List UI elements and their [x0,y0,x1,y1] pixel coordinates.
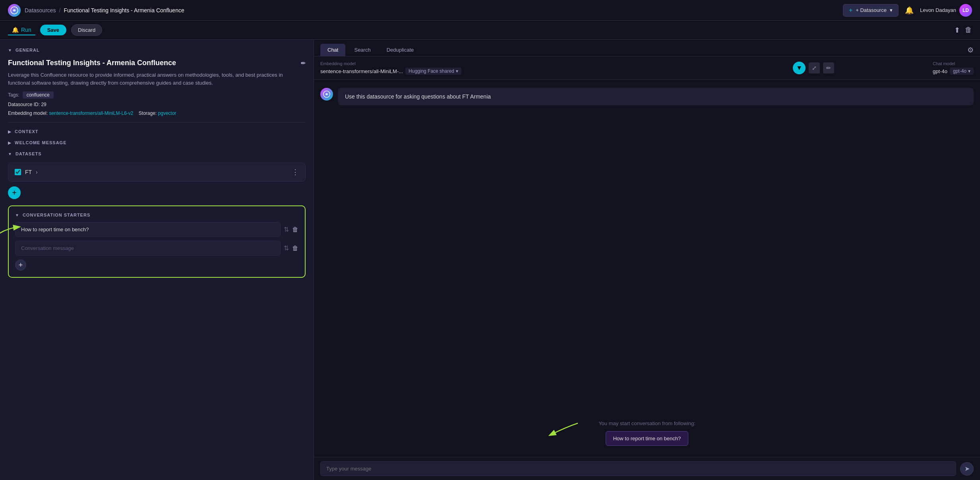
dataset-item-left: FT › [15,169,38,175]
dataset-expand-icon[interactable]: › [36,169,38,175]
embedding-model-value: sentence-transformers/all-MiniLM-L6-v2 [49,110,133,116]
starter-chip-button[interactable]: How to report time on bench? [606,431,689,446]
chevron-down-icon: ▼ [8,48,12,52]
dataset-checkbox[interactable] [15,169,21,175]
delete-icon-button[interactable]: 🗑 [965,26,972,35]
embedding-model-label: Embedding model [320,61,461,66]
plus-icon-3: + [19,261,23,269]
datasets-section-header[interactable]: ▼ DATASETS [8,151,306,156]
chat-settings-button[interactable]: ⚙ [967,46,974,54]
panel-down-button[interactable]: ▼ [793,62,806,74]
delete-starter-1-button[interactable]: 🗑 [292,226,298,233]
dataset-item: FT › ⋮ [8,163,306,182]
discard-button[interactable]: Discard [71,24,102,36]
starter-row-2: ⇅ 🗑 [15,241,298,255]
drag-handle-1[interactable]: ⇅ [284,226,289,233]
delete-starter-2-button[interactable]: 🗑 [292,245,298,252]
tab-deduplicate[interactable]: Deduplicate [380,44,421,56]
welcome-section-label: WELCOME MESSAGE [15,140,67,145]
run-button[interactable]: 🔔 Run [8,25,35,35]
drag-handle-2[interactable]: ⇅ [284,244,289,252]
chevron-down-icon-3: ▼ [15,213,19,217]
chat-message-row: Use this datasource for asking questions… [320,88,974,105]
user-area: Levon Dadayan LD [920,4,972,17]
embedding-model-selector: sentence-transformers/all-MiniLM-... Hug… [320,68,461,75]
datasets-section-label: DATASETS [15,151,42,156]
chat-model-name: gpt-4o [953,68,966,74]
app-logo [8,4,21,17]
topnav-left: Datasources / Functional Testing Insight… [8,4,184,17]
datasource-id-label: Datasource ID: [8,102,40,107]
tab-chat[interactable]: Chat [320,44,345,56]
chat-input-area: ➤ [314,457,980,480]
embedding-model-group: Embedding model sentence-transformers/al… [320,61,461,75]
send-icon: ➤ [965,465,970,472]
share-icon-button[interactable]: ⬆ [954,26,960,35]
chat-model-chevron-icon: ▾ [968,68,970,74]
panel-edit-button[interactable]: ✏ [823,62,834,74]
tags-label: Tags: [8,92,19,98]
breadcrumb-current: Functional Testing Insights - Armenia Co… [64,7,184,14]
divider-1 [8,122,306,123]
chat-model-selector: gpt-4o gpt-4o ▾ [933,68,974,75]
storage-label: Storage: [139,110,157,116]
conversation-starters-section: ▼ CONVERSATION STARTERS ⇅ 🗑 [8,205,306,278]
main-layout: ▼ GENERAL Functional Testing Insights - … [0,40,980,480]
chat-spacer [320,108,974,420]
notification-button[interactable]: 🔔 [905,6,914,15]
breadcrumb: Datasources / Functional Testing Insight… [25,7,184,14]
chat-bubble: Use this datasource for asking questions… [338,88,974,105]
edit-icon[interactable]: ✏ [301,60,306,66]
conversation-starters-header[interactable]: ▼ CONVERSATION STARTERS [15,213,298,217]
embedding-model-row: Embedding model: sentence-transformers/a… [8,110,306,116]
datasource-title-text: Functional Testing Insights - Armenia Co… [8,59,176,67]
chat-model-value: gpt-4o [933,68,947,74]
left-panel: ▼ GENERAL Functional Testing Insights - … [0,40,314,480]
general-section-header[interactable]: ▼ GENERAL [8,48,306,52]
add-datasource-label: + Datasource [856,7,887,13]
conversation-start-text: You may start conversation from followin… [598,420,695,426]
provider-label: Hugging Face shared [409,68,454,74]
embedding-model-value-right: sentence-transformers/all-MiniLM-... [320,68,403,74]
starter-chips-row: How to report time on bench? [320,431,974,446]
panel-expand-button[interactable]: ⤢ [809,62,820,74]
add-dataset-button[interactable]: + [8,186,21,199]
dataset-more-button[interactable]: ⋮ [292,168,299,176]
huggingface-provider[interactable]: Hugging Face shared ▾ [405,68,461,75]
topnav: Datasources / Functional Testing Insight… [0,0,980,21]
tabs-left: Chat Search Deduplicate [320,44,421,56]
add-datasource-button[interactable]: + + Datasource ▾ [843,4,899,17]
dataset-name: FT [25,169,32,175]
username-label: Levon Dadayan [920,7,956,13]
tab-search[interactable]: Search [347,44,378,56]
context-section-label: CONTEXT [15,129,39,134]
conversation-prompt: You may start conversation from followin… [320,420,974,426]
starter-input-1[interactable] [15,222,281,237]
model-selectors: Embedding model sentence-transformers/al… [314,56,980,80]
right-panel: Chat Search Deduplicate ⚙ Embedding mode… [314,40,980,480]
breadcrumb-parent[interactable]: Datasources [25,7,56,14]
add-starter-button[interactable]: + [15,259,26,271]
chat-model-provider[interactable]: gpt-4o ▾ [950,68,974,75]
welcome-section-header[interactable]: ▶ WELCOME MESSAGE [8,140,306,145]
save-button[interactable]: Save [40,25,66,35]
chat-input[interactable] [320,461,956,476]
context-section-header[interactable]: ▶ CONTEXT [8,129,306,134]
toolbar-right: ⬆ 🗑 [954,26,972,35]
send-button[interactable]: ➤ [960,462,974,476]
conversation-starters-label: CONVERSATION STARTERS [23,213,90,217]
breadcrumb-separator: / [59,7,61,14]
dropdown-chevron-icon: ▾ [890,7,893,13]
plus-icon: + [849,7,852,14]
topnav-right: + + Datasource ▾ 🔔 Levon Dadayan LD [843,4,972,17]
tag-item: confluence [23,91,54,99]
toolbar: 🔔 Run Save Discard ⬆ 🗑 [0,21,980,40]
starter-input-2[interactable] [15,241,281,255]
general-section-label: GENERAL [15,48,40,52]
chat-tabs: Chat Search Deduplicate ⚙ [314,40,980,56]
tags-row: Tags: confluence [8,91,306,99]
datasource-id-value: 29 [41,102,46,107]
toolbar-left: 🔔 Run Save Discard [8,24,102,36]
provider-chevron-icon: ▾ [456,68,458,74]
panel-actions: ▼ ⤢ ✏ [793,62,834,74]
